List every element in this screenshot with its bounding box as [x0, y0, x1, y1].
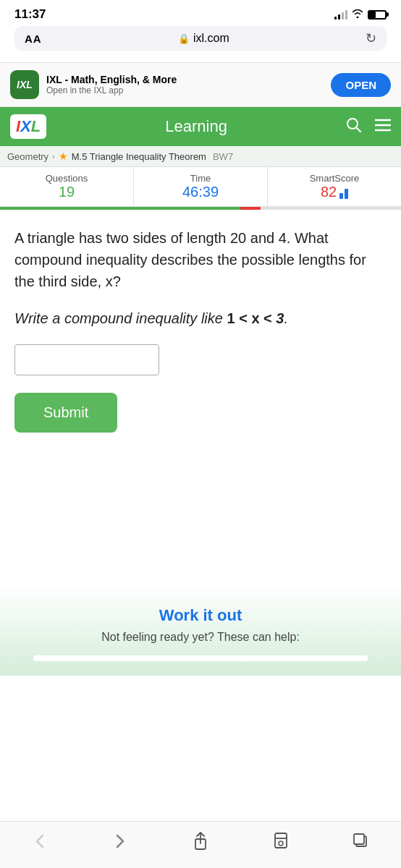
breadcrumb-code: BW7 [213, 151, 233, 162]
work-it-out-subtitle: Not feeling ready yet? These can help: [14, 631, 387, 644]
instruction-prefix: Write a compound inequality like [14, 310, 227, 326]
work-it-out-title: Work it out [14, 606, 387, 625]
app-banner: IXL IXL - Math, English, & More Open in … [0, 62, 401, 107]
wifi-icon [352, 9, 363, 20]
work-it-out-bar [33, 655, 368, 661]
app-icon: IXL [10, 70, 39, 99]
header-icons [346, 117, 391, 137]
search-icon[interactable] [346, 117, 362, 137]
breadcrumb-chevron-icon: › [52, 152, 55, 161]
url-bar[interactable]: AA 🔒 ixl.com ↻ [14, 26, 387, 51]
bookmark-button[interactable] [263, 829, 299, 854]
lock-icon: 🔒 [178, 33, 190, 44]
ixl-logo-text: IXL [16, 117, 41, 136]
breadcrumb: Geometry › ★ M.5 Triangle Inequality The… [0, 146, 401, 167]
smartscore-value-container: 82 [321, 184, 348, 200]
status-time: 11:37 [14, 7, 46, 22]
instruction-text: Write a compound inequality like 1 < x <… [14, 307, 387, 330]
url-text: ixl.com [193, 32, 229, 45]
app-subtitle: Open in the IXL app [46, 85, 177, 95]
font-size-control[interactable]: AA [25, 33, 42, 45]
status-icons [334, 9, 387, 20]
signal-icon [334, 9, 347, 20]
smartscore-stat: SmartScore 82 [268, 167, 401, 206]
smartscore-bars-icon [339, 186, 348, 199]
work-it-out-section: Work it out Not feeling ready yet? These… [0, 584, 401, 676]
breadcrumb-current: M.5 Triangle Inequality Theorem [72, 151, 206, 162]
url-bar-container: AA 🔒 ixl.com ↻ [0, 26, 401, 62]
spacer [14, 454, 387, 541]
smartscore-label: SmartScore [310, 173, 360, 184]
smartscore-number: 82 [321, 184, 337, 200]
refresh-icon[interactable]: ↻ [366, 30, 376, 46]
svg-point-7 [279, 841, 283, 846]
progress-green [0, 207, 240, 210]
app-banner-left: IXL IXL - Math, English, & More Open in … [10, 70, 177, 99]
status-bar: 11:37 [0, 0, 401, 26]
back-button[interactable] [22, 829, 58, 854]
ixl-header: IXL Learning [0, 107, 401, 146]
questions-value: 19 [0, 184, 133, 200]
forward-button[interactable] [102, 829, 138, 854]
stats-row: Questions 19 Time 46:39 SmartScore 82 [0, 167, 401, 207]
questions-stat: Questions 19 [0, 167, 134, 206]
instruction-suffix: 3. [272, 310, 288, 326]
star-icon: ★ [59, 150, 68, 162]
time-stat: Time 46:39 [134, 167, 268, 206]
url-display: 🔒 ixl.com [178, 32, 229, 45]
instruction-example: 1 < x < [227, 310, 271, 326]
progress-red [240, 207, 261, 210]
svg-rect-9 [354, 834, 364, 844]
main-content: A triangle has two sides of length 20 an… [0, 210, 401, 556]
question-text: A triangle has two sides of length 20 an… [14, 227, 387, 292]
app-banner-text: IXL - Math, English, & More Open in the … [46, 74, 177, 95]
svg-line-1 [357, 127, 361, 132]
submit-button[interactable]: Submit [14, 393, 117, 433]
ixl-logo[interactable]: IXL [10, 114, 46, 139]
app-title: IXL - Math, English, & More [46, 74, 177, 85]
answer-input[interactable] [14, 344, 159, 375]
menu-icon[interactable] [375, 119, 391, 135]
time-value: 46:39 [134, 184, 267, 200]
open-app-button[interactable]: OPEN [331, 73, 391, 97]
questions-label: Questions [0, 173, 133, 184]
share-button[interactable] [182, 829, 219, 854]
bottom-nav [0, 821, 401, 868]
battery-icon [368, 10, 387, 20]
time-label: Time [134, 173, 267, 184]
breadcrumb-parent[interactable]: Geometry [7, 151, 48, 162]
tabs-button[interactable] [343, 829, 379, 854]
header-title: Learning [165, 117, 227, 136]
